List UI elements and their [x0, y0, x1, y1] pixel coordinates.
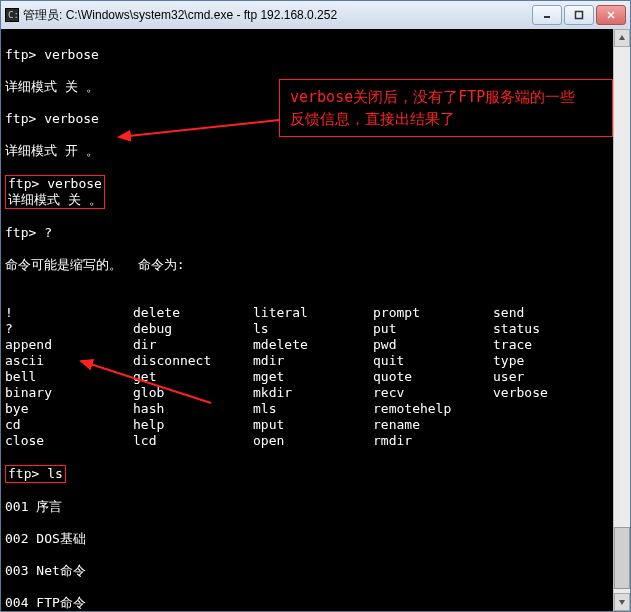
- output-line: 003 Net命令: [5, 563, 626, 579]
- command-name: mget: [253, 369, 373, 385]
- output-line: ftp> ?: [5, 225, 626, 241]
- output-line: ftp> ls: [5, 465, 626, 483]
- command-name: !: [5, 305, 133, 321]
- scroll-down-button[interactable]: [614, 593, 630, 611]
- command-name: rename: [373, 417, 493, 433]
- close-button[interactable]: [596, 5, 626, 25]
- minimize-button[interactable]: [532, 5, 562, 25]
- command-name: verbose: [493, 385, 613, 401]
- command-name: remotehelp: [373, 401, 493, 417]
- command-name: mput: [253, 417, 373, 433]
- output-line: 详细模式 开 。: [5, 143, 626, 159]
- command-name: literal: [253, 305, 373, 321]
- scroll-thumb[interactable]: [614, 527, 630, 589]
- maximize-button[interactable]: [564, 5, 594, 25]
- table-row: binaryglobmkdirrecvverbose: [5, 385, 626, 401]
- command-name: ascii: [5, 353, 133, 369]
- output-line: ftp> verbose: [5, 47, 626, 63]
- cmd-icon: C:\: [5, 8, 19, 22]
- svg-rect-4: [576, 12, 583, 19]
- table-row: !deleteliteralpromptsend: [5, 305, 626, 321]
- command-name: status: [493, 321, 613, 337]
- command-name: bell: [5, 369, 133, 385]
- command-name: [493, 433, 613, 449]
- table-row: bellgetmgetquoteuser: [5, 369, 626, 385]
- command-name: quit: [373, 353, 493, 369]
- command-name: prompt: [373, 305, 493, 321]
- table-row: appenddirmdeletepwdtrace: [5, 337, 626, 353]
- command-name: disconnect: [133, 353, 253, 369]
- command-name: binary: [5, 385, 133, 401]
- command-name: glob: [133, 385, 253, 401]
- command-name: [493, 417, 613, 433]
- command-name: mls: [253, 401, 373, 417]
- scroll-up-button[interactable]: [614, 29, 630, 47]
- command-name: rmdir: [373, 433, 493, 449]
- output-line: 002 DOS基础: [5, 531, 626, 547]
- cmd-window: C:\ 管理员: C:\Windows\system32\cmd.exe - f…: [0, 0, 631, 612]
- command-name: mdelete: [253, 337, 373, 353]
- command-name: lcd: [133, 433, 253, 449]
- command-name: debug: [133, 321, 253, 337]
- note-line: verbose关闭后，没有了FTP服务端的一些: [290, 86, 602, 108]
- window-buttons: [532, 5, 626, 25]
- window-title: 管理员: C:\Windows\system32\cmd.exe - ftp 1…: [23, 7, 532, 24]
- command-name: cd: [5, 417, 133, 433]
- table-row: byehashmlsremotehelp: [5, 401, 626, 417]
- command-name: [493, 401, 613, 417]
- command-name: get: [133, 369, 253, 385]
- scrollbar[interactable]: [613, 29, 630, 611]
- command-name: open: [253, 433, 373, 449]
- table-row: cdhelpmputrename: [5, 417, 626, 433]
- command-name: pwd: [373, 337, 493, 353]
- command-name: append: [5, 337, 133, 353]
- command-name: trace: [493, 337, 613, 353]
- command-name: dir: [133, 337, 253, 353]
- command-name: delete: [133, 305, 253, 321]
- command-table: !deleteliteralpromptsend?debuglsputstatu…: [5, 305, 626, 449]
- command-name: help: [133, 417, 253, 433]
- table-row: closelcdopenrmdir: [5, 433, 626, 449]
- command-name: send: [493, 305, 613, 321]
- output-line: ftp> verbose 详细模式 关 。: [5, 175, 626, 209]
- annotation-note: verbose关闭后，没有了FTP服务端的一些 反馈信息，直接出结果了: [279, 79, 613, 137]
- table-row: ?debuglsputstatus: [5, 321, 626, 337]
- output-line: 001 序言: [5, 499, 626, 515]
- titlebar[interactable]: C:\ 管理员: C:\Windows\system32\cmd.exe - f…: [1, 1, 630, 30]
- output-line: 004 FTP命令: [5, 595, 626, 611]
- svg-text:C:\: C:\: [8, 10, 19, 20]
- command-name: close: [5, 433, 133, 449]
- command-name: mkdir: [253, 385, 373, 401]
- table-row: asciidisconnectmdirquittype: [5, 353, 626, 369]
- command-name: mdir: [253, 353, 373, 369]
- command-name: type: [493, 353, 613, 369]
- command-name: bye: [5, 401, 133, 417]
- command-name: put: [373, 321, 493, 337]
- output-line: 命令可能是缩写的。 命令为:: [5, 257, 626, 273]
- highlight-box-ls: ftp> ls: [5, 465, 66, 483]
- note-line: 反馈信息，直接出结果了: [290, 108, 602, 130]
- command-name: ?: [5, 321, 133, 337]
- command-name: hash: [133, 401, 253, 417]
- command-name: ls: [253, 321, 373, 337]
- highlight-box-verbose: ftp> verbose 详细模式 关 。: [5, 175, 105, 209]
- command-name: recv: [373, 385, 493, 401]
- command-name: user: [493, 369, 613, 385]
- command-name: quote: [373, 369, 493, 385]
